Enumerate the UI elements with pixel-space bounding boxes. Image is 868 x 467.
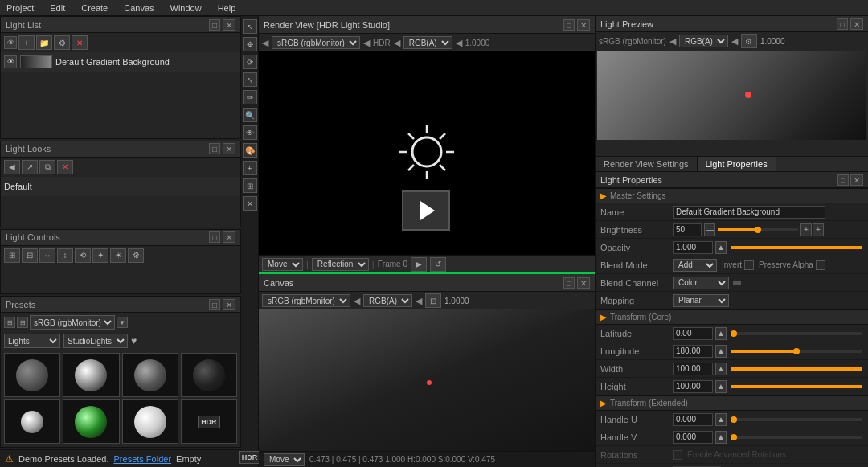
latitude-stepper[interactable]: ▲ xyxy=(715,327,727,340)
width-stepper[interactable]: ▲ xyxy=(715,363,727,375)
canvas-channel-select[interactable]: RGB(A) xyxy=(363,294,412,307)
lights-category-select[interactable]: Lights xyxy=(4,334,60,348)
add-light-btn[interactable]: + xyxy=(18,35,35,50)
height-stepper[interactable]: ▲ xyxy=(715,380,727,393)
ctrl-btn7[interactable]: ☀ xyxy=(110,248,126,263)
render-channel-select[interactable]: RGB(A) xyxy=(403,36,452,49)
menu-canvas[interactable]: Canvas xyxy=(121,3,157,13)
render-view-float-btn[interactable]: □ xyxy=(563,19,575,31)
settings-btn[interactable]: ⚙ xyxy=(54,35,70,50)
canvas-close-btn[interactable]: ✕ xyxy=(577,277,590,289)
ctrl-btn2[interactable]: ⊟ xyxy=(22,248,38,263)
prop-opacity-input[interactable] xyxy=(673,241,713,254)
tab-render-view-settings[interactable]: Render View Settings xyxy=(596,157,698,171)
light-props-float-btn[interactable]: □ xyxy=(837,174,849,186)
menu-help[interactable]: Help xyxy=(215,3,240,13)
looks-delete-btn[interactable]: ✕ xyxy=(57,160,73,174)
preset-item-8[interactable]: HDR xyxy=(181,399,237,444)
sidebar-grid-icon[interactable]: ⊞ xyxy=(243,178,257,193)
presets-colorspace-select[interactable]: sRGB (rgbMonitor) xyxy=(30,315,115,330)
brightness-plus2-btn[interactable]: + xyxy=(813,223,824,236)
sidebar-eye-icon[interactable]: 👁 xyxy=(243,125,257,140)
sidebar-add-icon[interactable]: + xyxy=(243,161,257,175)
preview-channel-select[interactable]: RGB(A) xyxy=(679,35,728,47)
item-visibility-icon[interactable]: 👁 xyxy=(4,55,17,68)
prop-height-input[interactable] xyxy=(673,380,713,393)
sidebar-color-icon[interactable]: 🎨 xyxy=(243,143,257,158)
presets-folder-link[interactable]: Presets Folder xyxy=(114,454,172,464)
canvas-float-btn[interactable]: □ xyxy=(563,277,575,289)
canvas-move-select[interactable]: Move xyxy=(264,453,305,466)
ctrl-btn5[interactable]: ⟲ xyxy=(75,248,91,263)
visibility-toggle[interactable]: 👁 xyxy=(4,36,17,49)
light-looks-float-btn[interactable]: □ xyxy=(209,143,220,154)
sidebar-rotate-icon[interactable]: ⟳ xyxy=(243,55,257,69)
folder-btn[interactable]: 📁 xyxy=(36,35,52,50)
light-looks-default[interactable]: Default xyxy=(1,177,240,196)
sidebar-zoom-icon[interactable]: 🔍 xyxy=(243,108,257,122)
preview-close-btn[interactable]: ✕ xyxy=(850,18,863,30)
longitude-stepper[interactable]: ▲ xyxy=(715,345,727,358)
light-list-item[interactable]: 👁 Default Gradient Background xyxy=(1,52,240,72)
sidebar-x-icon[interactable]: ✕ xyxy=(243,196,257,211)
rotations-checkbox[interactable] xyxy=(673,450,682,460)
prop-handleu-input[interactable] xyxy=(673,413,713,426)
preset-item-4[interactable] xyxy=(181,353,237,397)
preset-item-1[interactable] xyxy=(4,353,60,397)
ctrl-btn4[interactable]: ↕ xyxy=(57,248,73,263)
render-loop-btn[interactable]: ↺ xyxy=(430,257,446,272)
prop-name-input[interactable] xyxy=(673,206,825,219)
light-list-close-btn[interactable]: ✕ xyxy=(223,19,235,31)
handleu-handle[interactable] xyxy=(731,416,737,423)
light-props-close-btn[interactable]: ✕ xyxy=(850,174,863,186)
canvas-fit-btn[interactable]: ⊡ xyxy=(425,293,441,308)
preset-item-7[interactable] xyxy=(122,399,178,444)
hdr-sidebar-icon[interactable]: HDR xyxy=(239,451,261,464)
latitude-handle[interactable] xyxy=(731,330,737,337)
preset-item-6[interactable] xyxy=(63,399,119,444)
preview-settings-btn[interactable]: ⚙ xyxy=(741,34,757,48)
prop-brightness-input[interactable] xyxy=(673,223,702,236)
ctrl-btn3[interactable]: ↔ xyxy=(39,248,55,263)
render-view-close-btn[interactable]: ✕ xyxy=(577,19,590,31)
presets-icon3[interactable]: ▼ xyxy=(117,317,128,328)
looks-add-btn[interactable]: ↗ xyxy=(22,160,38,174)
prop-latitude-input[interactable] xyxy=(673,327,713,340)
render-play-btn[interactable]: ▶ xyxy=(411,257,427,272)
preset-item-3[interactable] xyxy=(122,353,178,397)
light-controls-float-btn[interactable]: □ xyxy=(209,231,220,243)
blend-channel-select[interactable]: Color xyxy=(673,277,729,289)
preset-item-5[interactable] xyxy=(4,399,60,444)
prop-width-input[interactable] xyxy=(673,363,713,375)
prop-longitude-input[interactable] xyxy=(673,345,713,358)
presets-icon2[interactable]: ⊟ xyxy=(17,317,28,328)
preview-float-btn[interactable]: □ xyxy=(837,18,848,30)
preset-item-2[interactable] xyxy=(63,353,119,397)
invert-checkbox[interactable] xyxy=(744,260,754,270)
render-colorspace-select[interactable]: sRGB (rgbMonitor) xyxy=(272,36,360,49)
mapping-select[interactable]: Planar xyxy=(673,294,729,307)
ctrl-btn6[interactable]: ✦ xyxy=(92,248,108,263)
blend-mode-select[interactable]: Add xyxy=(673,259,717,272)
light-list-float-btn[interactable]: □ xyxy=(209,19,220,31)
brightness-slider-handle[interactable] xyxy=(755,227,761,233)
delete-btn[interactable]: ✕ xyxy=(72,35,88,50)
presets-float-btn[interactable]: □ xyxy=(209,299,220,310)
handlev-stepper[interactable]: ▲ xyxy=(715,431,727,444)
handlev-handle[interactable] xyxy=(731,434,737,440)
render-move-select[interactable]: Move xyxy=(262,258,303,271)
ctrl-btn1[interactable]: ⊞ xyxy=(4,248,20,263)
studio-subcategory-select[interactable]: StudioLights xyxy=(63,334,128,348)
looks-copy-btn[interactable]: ⧉ xyxy=(39,160,55,174)
ctrl-btn8[interactable]: ⚙ xyxy=(128,248,144,263)
favorite-btn[interactable]: ♥ xyxy=(131,335,137,346)
brightness-minus-btn[interactable]: — xyxy=(704,223,715,236)
play-button[interactable] xyxy=(402,190,450,231)
preserve-alpha-checkbox[interactable] xyxy=(816,260,825,270)
menu-project[interactable]: Project xyxy=(3,3,37,13)
light-controls-close-btn[interactable]: ✕ xyxy=(223,231,235,243)
opacity-stepper[interactable]: ▲ xyxy=(715,241,727,254)
presets-close-btn[interactable]: ✕ xyxy=(223,299,235,310)
handleu-stepper[interactable]: ▲ xyxy=(715,413,727,426)
sidebar-move-icon[interactable]: ✥ xyxy=(243,37,257,51)
